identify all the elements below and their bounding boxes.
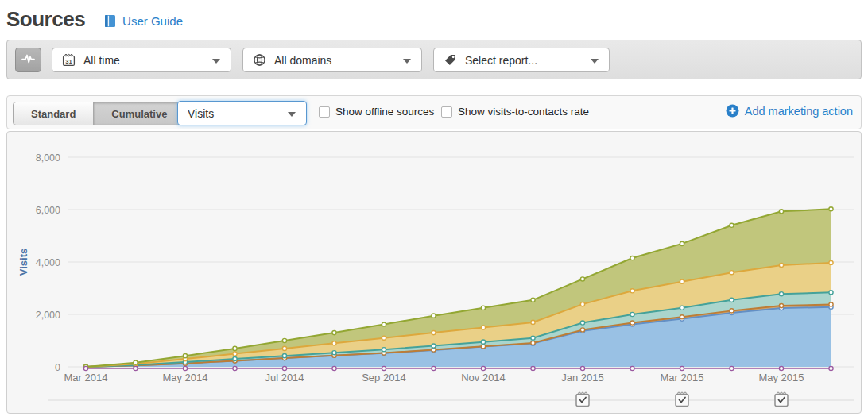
- series-olive-point[interactable]: [730, 223, 734, 227]
- checkbox-label: Show offline sources: [335, 106, 434, 118]
- series-orange-point[interactable]: [730, 309, 734, 313]
- series-purple-point[interactable]: [531, 366, 535, 370]
- series-teal-point[interactable]: [481, 340, 485, 344]
- series-yellow-point[interactable]: [432, 331, 436, 335]
- show-offline-sources-checkbox[interactable]: Show offline sources: [319, 106, 434, 118]
- sources-chart[interactable]: 02,0004,0006,0008,000VisitsMar 2014May 2…: [7, 132, 861, 413]
- series-yellow-point[interactable]: [730, 271, 734, 275]
- series-olive-point[interactable]: [134, 360, 138, 364]
- series-teal-point[interactable]: [531, 336, 535, 340]
- series-teal-point[interactable]: [282, 354, 286, 358]
- series-teal-point[interactable]: [779, 292, 783, 296]
- marketing-action-calendar-icon[interactable]: [676, 392, 688, 406]
- y-tick-label: 2,000: [36, 310, 60, 321]
- user-guide-link[interactable]: User Guide: [104, 14, 183, 28]
- series-teal-point[interactable]: [580, 321, 584, 325]
- chevron-down-icon: [212, 59, 220, 64]
- series-orange-point[interactable]: [630, 321, 634, 325]
- series-orange-point[interactable]: [779, 304, 783, 308]
- series-olive-point[interactable]: [829, 207, 833, 211]
- add-marketing-action-label: Add marketing action: [745, 105, 853, 118]
- series-yellow-point[interactable]: [481, 326, 485, 329]
- series-olive-point[interactable]: [680, 241, 684, 245]
- series-purple-point[interactable]: [233, 366, 237, 370]
- series-purple-point[interactable]: [432, 366, 436, 370]
- x-tick-label: May 2015: [758, 372, 804, 383]
- series-yellow-point[interactable]: [680, 279, 684, 283]
- series-olive-point[interactable]: [432, 314, 436, 318]
- series-teal-point[interactable]: [432, 344, 436, 348]
- series-purple-point[interactable]: [83, 366, 87, 370]
- add-marketing-action-link[interactable]: Add marketing action: [726, 104, 853, 118]
- series-olive-point[interactable]: [233, 346, 237, 350]
- marketing-action-calendar-icon[interactable]: [775, 392, 788, 406]
- x-tick-label: Nov 2014: [461, 372, 506, 383]
- series-orange-point[interactable]: [680, 315, 684, 319]
- x-tick-label: Jul 2014: [265, 372, 304, 383]
- series-teal-point[interactable]: [730, 298, 734, 302]
- series-yellow-point[interactable]: [233, 352, 237, 356]
- pulse-icon: [21, 52, 35, 67]
- series-orange-point[interactable]: [531, 341, 535, 345]
- series-olive-point[interactable]: [779, 210, 783, 214]
- standard-tab[interactable]: Standard: [13, 102, 94, 125]
- cumulative-tab[interactable]: Cumulative: [93, 102, 185, 125]
- series-olive-point[interactable]: [630, 256, 634, 260]
- series-orange-point[interactable]: [829, 302, 833, 306]
- series-yellow-point[interactable]: [829, 260, 833, 264]
- globe-icon: [253, 53, 266, 67]
- chevron-down-icon: [591, 59, 599, 64]
- series-purple-point[interactable]: [382, 366, 386, 370]
- series-teal-point[interactable]: [680, 306, 684, 310]
- series-teal-point[interactable]: [630, 312, 634, 316]
- series-purple-point[interactable]: [630, 366, 634, 370]
- checkbox-box[interactable]: [319, 106, 330, 118]
- series-orange-point[interactable]: [580, 328, 584, 332]
- series-purple-point[interactable]: [282, 366, 286, 370]
- series-yellow-point[interactable]: [531, 320, 535, 324]
- series-olive-point[interactable]: [183, 354, 187, 358]
- series-orange-point[interactable]: [481, 345, 485, 349]
- metric-dropdown[interactable]: Visits: [177, 101, 307, 125]
- filters-toolbar: 31 All time All domains: [6, 40, 862, 79]
- marketing-action-calendar-icon[interactable]: [576, 392, 589, 406]
- series-purple-point[interactable]: [134, 366, 138, 370]
- series-purple-point[interactable]: [730, 366, 734, 370]
- time-range-value: All time: [83, 54, 120, 67]
- series-olive-point[interactable]: [580, 277, 584, 281]
- series-purple-point[interactable]: [779, 366, 783, 370]
- series-olive-point[interactable]: [531, 298, 535, 302]
- series-olive-point[interactable]: [382, 322, 386, 326]
- series-yellow-point[interactable]: [630, 289, 634, 293]
- view-toggle-group: Standard Cumulative: [13, 102, 185, 125]
- chart-type-button[interactable]: [15, 48, 41, 72]
- series-teal-point[interactable]: [233, 357, 237, 361]
- series-purple-point[interactable]: [580, 366, 584, 370]
- series-purple-point[interactable]: [680, 366, 684, 370]
- series-purple-point[interactable]: [481, 366, 485, 370]
- series-yellow-point[interactable]: [779, 263, 783, 267]
- report-dropdown[interactable]: Select report...: [433, 48, 610, 72]
- time-range-dropdown[interactable]: 31 All time: [52, 48, 231, 72]
- series-purple-point[interactable]: [183, 366, 187, 370]
- series-olive-point[interactable]: [282, 338, 286, 342]
- y-tick-label: 6,000: [36, 205, 60, 216]
- series-yellow-point[interactable]: [382, 336, 386, 340]
- series-purple-point[interactable]: [829, 366, 833, 370]
- series-olive-point[interactable]: [332, 331, 336, 335]
- series-teal-point[interactable]: [382, 348, 386, 352]
- series-olive-point[interactable]: [481, 306, 485, 310]
- show-visits-to-contacts-checkbox[interactable]: Show visits-to-contacts rate: [441, 106, 589, 118]
- checkbox-label: Show visits-to-contacts rate: [458, 106, 589, 118]
- series-teal-point[interactable]: [829, 291, 833, 295]
- y-tick-label: 0: [55, 362, 60, 373]
- series-yellow-point[interactable]: [282, 346, 286, 350]
- user-guide-label: User Guide: [122, 14, 183, 28]
- x-tick-label: Sep 2014: [362, 372, 406, 383]
- series-yellow-point[interactable]: [580, 302, 584, 306]
- series-purple-point[interactable]: [332, 366, 336, 370]
- checkbox-box[interactable]: [441, 106, 452, 118]
- series-teal-point[interactable]: [332, 351, 336, 355]
- domains-dropdown[interactable]: All domains: [242, 48, 422, 72]
- series-yellow-point[interactable]: [332, 341, 336, 345]
